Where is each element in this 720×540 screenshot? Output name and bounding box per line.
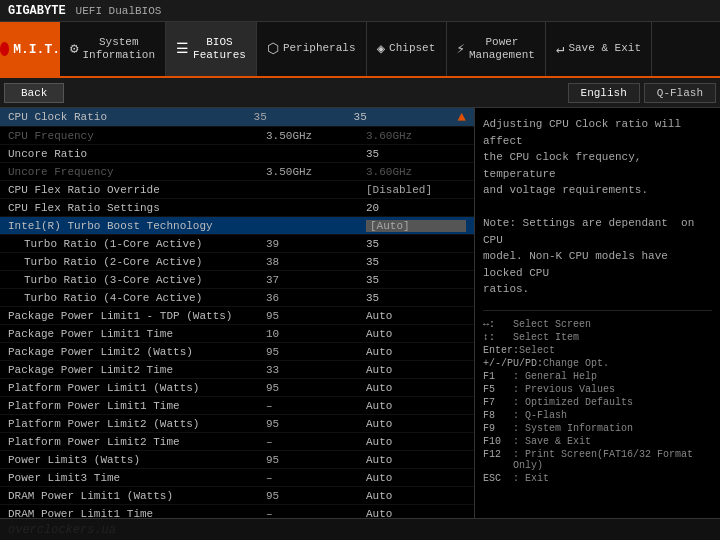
setting-val-right-turbo-3core: 35 (366, 274, 466, 286)
tab-save-exit[interactable]: ↵ Save & Exit (546, 22, 652, 76)
setting-row-pkg-pwr-limit2[interactable]: Package Power Limit2 (Watts)95Auto (0, 343, 474, 361)
setting-row-pkg-pwr-limit1-time[interactable]: Package Power Limit1 Time10Auto (0, 325, 474, 343)
setting-row-pwr-limit3[interactable]: Power Limit3 (Watts)95Auto (0, 451, 474, 469)
back-button[interactable]: Back (4, 83, 64, 103)
setting-val-right-plat-pwr-limit2: Auto (366, 418, 466, 430)
tab-system-information[interactable]: ⚙ SystemInformation (60, 22, 166, 76)
setting-name-turbo-1core: Turbo Ratio (1-Core Active) (8, 238, 266, 250)
sub-header: Back English Q-Flash (0, 78, 720, 108)
setting-val-left-cpu-frequency: 3.50GHz (266, 130, 366, 142)
shortcut-desc: : Optimized Defaults (513, 397, 633, 408)
setting-val-right-turbo-4core: 35 (366, 292, 466, 304)
setting-row-cpu-frequency[interactable]: CPU Frequency3.50GHz3.60GHz (0, 127, 474, 145)
shortcut-row: F7: Optimized Defaults (483, 397, 712, 408)
setting-row-turbo-3core[interactable]: Turbo Ratio (3-Core Active)3735 (0, 271, 474, 289)
tab-power-management[interactable]: ⚡ PowerManagement (447, 22, 546, 76)
setting-row-pwr-limit3-time[interactable]: Power Limit3 Time–Auto (0, 469, 474, 487)
setting-row-intel-turbo-boost[interactable]: Intel(R) Turbo Boost Technology[Auto] (0, 217, 474, 235)
setting-row-turbo-1core[interactable]: Turbo Ratio (1-Core Active)3935 (0, 235, 474, 253)
setting-row-pkg-pwr-limit1-tdp[interactable]: Package Power Limit1 - TDP (Watts)95Auto (0, 307, 474, 325)
setting-val-right-dram-pwr-limit1-time: Auto (366, 508, 466, 519)
setting-name-intel-turbo-boost: Intel(R) Turbo Boost Technology (8, 220, 266, 232)
setting-val-right-uncore-frequency: 3.60GHz (366, 166, 466, 178)
shortcut-desc: : General Help (513, 371, 597, 382)
setting-val-left-plat-pwr-limit2-time: – (266, 436, 366, 448)
setting-row-cpu-flex-override[interactable]: CPU Flex Ratio Override[Disabled] (0, 181, 474, 199)
tab-chipset[interactable]: ◈ Chipset (367, 22, 447, 76)
shortcut-key: Enter: (483, 345, 519, 356)
setting-name-turbo-4core: Turbo Ratio (4-Core Active) (8, 292, 266, 304)
shortcut-key: F12 (483, 449, 513, 471)
mit-button[interactable]: M.I.T. (0, 22, 60, 76)
setting-val-right-intel-turbo-boost: [Auto] (366, 220, 466, 232)
setting-name-dram-pwr-limit1: DRAM Power Limit1 (Watts) (8, 490, 266, 502)
setting-val-right-dram-pwr-limit1: Auto (366, 490, 466, 502)
tab-bios-features[interactable]: ☰ BIOSFeatures (166, 22, 257, 76)
nav-bar: M.I.T. ⚙ SystemInformation ☰ BIOSFeature… (0, 22, 720, 78)
setting-row-dram-pwr-limit1[interactable]: DRAM Power Limit1 (Watts)95Auto (0, 487, 474, 505)
setting-row-dram-pwr-limit1-time[interactable]: DRAM Power Limit1 Time–Auto (0, 505, 474, 518)
setting-val-left-uncore-frequency: 3.50GHz (266, 166, 366, 178)
setting-name-cpu-flex-override: CPU Flex Ratio Override (8, 184, 266, 196)
top-bar: GIGABYTE UEFI DualBIOS (0, 0, 720, 22)
setting-row-plat-pwr-limit1-time[interactable]: Platform Power Limit1 Time–Auto (0, 397, 474, 415)
setting-val-right-pkg-pwr-limit2: Auto (366, 346, 466, 358)
shortcut-key: F10 (483, 436, 513, 447)
setting-val-right-pkg-pwr-limit2-time: Auto (366, 364, 466, 376)
setting-val-left-cpu-clock-ratio: 35 (254, 111, 354, 123)
setting-val-left-plat-pwr-limit1: 95 (266, 382, 366, 394)
setting-name-plat-pwr-limit1: Platform Power Limit1 (Watts) (8, 382, 266, 394)
setting-val-right-turbo-1core: 35 (366, 238, 466, 250)
setting-name-turbo-2core: Turbo Ratio (2-Core Active) (8, 256, 266, 268)
shortcut-desc: : Previous Values (513, 384, 615, 395)
shortcut-desc: Select (519, 345, 555, 356)
tab-chipset-label: Chipset (389, 42, 435, 55)
shortcut-desc: : System Information (513, 423, 633, 434)
tab-peripherals[interactable]: ⬡ Peripherals (257, 22, 367, 76)
setting-row-uncore-ratio[interactable]: Uncore Ratio35 (0, 145, 474, 163)
setting-row-turbo-2core[interactable]: Turbo Ratio (2-Core Active)3835 (0, 253, 474, 271)
setting-row-plat-pwr-limit2[interactable]: Platform Power Limit2 (Watts)95Auto (0, 415, 474, 433)
setting-row-turbo-4core[interactable]: Turbo Ratio (4-Core Active)3635 (0, 289, 474, 307)
setting-name-pkg-pwr-limit2-time: Package Power Limit2 Time (8, 364, 266, 376)
watermark-text: overclockers.ua (8, 523, 116, 537)
setting-val-left-turbo-2core: 38 (266, 256, 366, 268)
setting-row-plat-pwr-limit2-time[interactable]: Platform Power Limit2 Time–Auto (0, 433, 474, 451)
shortcut-key: ESC (483, 473, 513, 484)
setting-row-uncore-frequency[interactable]: Uncore Frequency3.50GHz3.60GHz (0, 163, 474, 181)
setting-row-pkg-pwr-limit2-time[interactable]: Package Power Limit2 Time33Auto (0, 361, 474, 379)
setting-val-left-dram-pwr-limit1-time: – (266, 508, 366, 519)
setting-val-left-pkg-pwr-limit1-time: 10 (266, 328, 366, 340)
tab-save-exit-label: Save & Exit (568, 42, 641, 55)
setting-name-pkg-pwr-limit1-tdp: Package Power Limit1 - TDP (Watts) (8, 310, 266, 322)
shortcut-key: ↕: (483, 332, 513, 343)
setting-val-right-plat-pwr-limit1-time: Auto (366, 400, 466, 412)
setting-row-cpu-clock-ratio[interactable]: CPU Clock Ratio3535▲ (0, 108, 474, 127)
setting-val-right-turbo-2core: 35 (366, 256, 466, 268)
language-button[interactable]: English (568, 83, 640, 103)
setting-val-right-pwr-limit3-time: Auto (366, 472, 466, 484)
setting-val-left-plat-pwr-limit1-time: – (266, 400, 366, 412)
setting-name-pkg-pwr-limit2: Package Power Limit2 (Watts) (8, 346, 266, 358)
shortcut-key: F7 (483, 397, 513, 408)
settings-panel[interactable]: CPU Clock Ratio3535▲CPU Frequency3.50GHz… (0, 108, 475, 518)
setting-name-pwr-limit3: Power Limit3 (Watts) (8, 454, 266, 466)
tab-power-mgmt-label: PowerManagement (469, 36, 535, 62)
setting-name-plat-pwr-limit1-time: Platform Power Limit1 Time (8, 400, 266, 412)
qflash-button[interactable]: Q-Flash (644, 83, 716, 103)
setting-val-right-uncore-ratio: 35 (366, 148, 466, 160)
setting-row-cpu-flex-settings[interactable]: CPU Flex Ratio Settings20 (0, 199, 474, 217)
setting-name-plat-pwr-limit2-time: Platform Power Limit2 Time (8, 436, 266, 448)
peripherals-icon: ⬡ (267, 40, 279, 57)
setting-name-cpu-flex-settings: CPU Flex Ratio Settings (8, 202, 266, 214)
setting-val-left-plat-pwr-limit2: 95 (266, 418, 366, 430)
setting-name-pkg-pwr-limit1-time: Package Power Limit1 Time (8, 328, 266, 340)
shortcut-desc: Change Opt. (543, 358, 609, 369)
shortcut-row: F8: Q-Flash (483, 410, 712, 421)
main-content: CPU Clock Ratio3535▲CPU Frequency3.50GHz… (0, 108, 720, 518)
shortcut-key: F9 (483, 423, 513, 434)
status-bar: overclockers.ua (0, 518, 720, 540)
setting-row-plat-pwr-limit1[interactable]: Platform Power Limit1 (Watts)95Auto (0, 379, 474, 397)
help-panel: Adjusting CPU Clock ratio will affect th… (475, 108, 720, 518)
shortcut-key: F8 (483, 410, 513, 421)
